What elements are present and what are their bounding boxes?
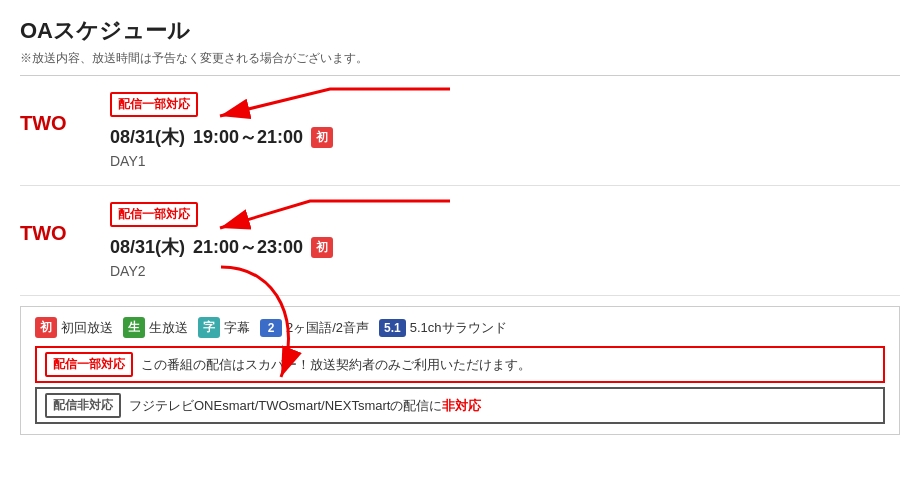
legend-badge-bilingual: 2 — [260, 319, 282, 337]
haishin-badge-1: 配信一部対応 — [110, 92, 198, 117]
day-label-1: DAY1 — [110, 153, 900, 169]
page-title: OAスケジュール — [20, 16, 900, 46]
channel-label-2: TWO — [20, 202, 110, 245]
legend-badge-live: 生 — [123, 317, 145, 338]
channel-label-1: TWO — [20, 92, 110, 135]
time-2: 21:00～23:00 — [193, 235, 303, 259]
legend-non-haishin-badge: 配信非対応 — [45, 393, 121, 418]
legend-haishin-text: この番組の配信はスカパー！放送契約者のみご利用いただけます。 — [141, 356, 531, 374]
schedule-content-1: 配信一部対応 08/31(木) 19:00～21:00 初 DAY1 — [110, 92, 900, 169]
legend-label-live: 生放送 — [149, 319, 188, 337]
schedule-content-2: 配信一部対応 08/31(木) 21:00～23:00 初 DAY2 — [110, 202, 900, 279]
legend-label-surround: 5.1chサラウンド — [410, 319, 507, 337]
legend-item-live: 生 生放送 — [123, 317, 188, 338]
legend-non-haishin-row: 配信非対応 フジテレビONEsmart/TWOsmart/NEXTsmartの配… — [35, 387, 885, 424]
haishin-badge-2: 配信一部対応 — [110, 202, 198, 227]
page-subtitle: ※放送内容、放送時間は予告なく変更される場合がございます。 — [20, 50, 900, 67]
legend-non-haishin-text: フジテレビONEsmart/TWOsmart/NEXTsmartの配信に非対応 — [129, 397, 481, 415]
schedule-row-2: TWO 配信一部対応 08/31(木) 21:00～23:00 初 DAY2 — [20, 186, 900, 296]
legend-non-haishin-highlight: 非対応 — [442, 398, 481, 413]
date-2: 08/31(木) — [110, 235, 185, 259]
legend-box: 初 初回放送 生 生放送 字 字幕 2 2ヶ国語/2音声 5.1 5.1chサラ… — [20, 306, 900, 435]
legend-item-first: 初 初回放送 — [35, 317, 113, 338]
legend-badge-first: 初 — [35, 317, 57, 338]
time-row-2: 08/31(木) 21:00～23:00 初 — [110, 235, 900, 259]
time-1: 19:00～21:00 — [193, 125, 303, 149]
time-row-1: 08/31(木) 19:00～21:00 初 — [110, 125, 900, 149]
first-badge-1: 初 — [311, 127, 333, 148]
legend-haishin-row: 配信一部対応 この番組の配信はスカパー！放送契約者のみご利用いただけます。 — [35, 346, 885, 383]
schedule-row-1: TWO 配信一部対応 08/31(木) 19:00～21:00 初 DAY1 — [20, 76, 900, 186]
legend-items-row: 初 初回放送 生 生放送 字 字幕 2 2ヶ国語/2音声 5.1 5.1chサラ… — [35, 317, 885, 338]
day-label-2: DAY2 — [110, 263, 900, 279]
page-container: OAスケジュール ※放送内容、放送時間は予告なく変更される場合がございます。 T… — [20, 16, 900, 435]
first-badge-2: 初 — [311, 237, 333, 258]
legend-non-haishin-text-prefix: フジテレビONEsmart/TWOsmart/NEXTsmartの配信に — [129, 398, 442, 413]
legend-badge-subtitle: 字 — [198, 317, 220, 338]
legend-label-first: 初回放送 — [61, 319, 113, 337]
legend-badge-surround: 5.1 — [379, 319, 406, 337]
legend-item-subtitle: 字 字幕 — [198, 317, 250, 338]
legend-label-subtitle: 字幕 — [224, 319, 250, 337]
legend-label-bilingual: 2ヶ国語/2音声 — [286, 319, 369, 337]
legend-haishin-badge: 配信一部対応 — [45, 352, 133, 377]
date-1: 08/31(木) — [110, 125, 185, 149]
legend-item-bilingual: 2 2ヶ国語/2音声 — [260, 319, 369, 337]
legend-item-surround: 5.1 5.1chサラウンド — [379, 319, 507, 337]
